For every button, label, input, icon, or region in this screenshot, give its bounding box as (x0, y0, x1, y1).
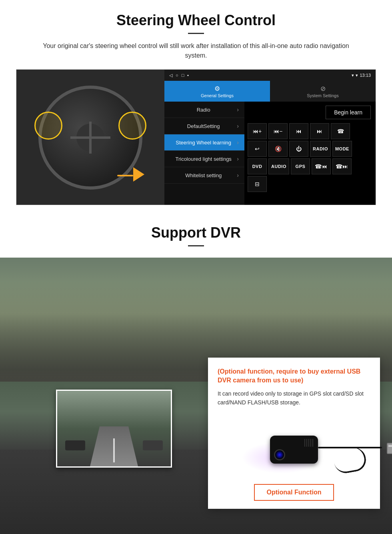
network-icon: ⊘ (320, 85, 326, 92)
arrow-line (117, 175, 133, 176)
cable-loop (332, 446, 368, 475)
optional-function-button[interactable]: Optional Function (254, 484, 334, 501)
ctrl-next[interactable]: ⏭ (310, 123, 329, 139)
menu-item-radio[interactable]: Radio › (164, 102, 244, 118)
dvr-card-description: It can record video only to storage in G… (218, 389, 370, 407)
camera-lens (274, 449, 285, 460)
dvr-preview-center-line (113, 438, 115, 462)
tab-general-settings[interactable]: ⚙ General Settings (164, 81, 270, 102)
dvr-preview-car1 (65, 440, 85, 450)
steering-section: Steering Wheel Control Your original car… (0, 0, 392, 213)
dvr-camera-illustration (218, 414, 370, 478)
chevron-icon-radio: › (237, 106, 239, 113)
signal-icon: ▾ (352, 73, 354, 78)
control-row-1: ⏮+ ⏮− ⏮ ⏭ ☎ (246, 123, 374, 139)
highlight-left (34, 112, 62, 140)
menu-tricoloured-label: Tricoloured light settings (170, 156, 237, 162)
statusbar-status-icons: ▾ ▾ 13:13 (352, 73, 371, 78)
ctrl-gps[interactable]: GPS (291, 158, 310, 174)
menu-default-label: DefaultSetting (170, 123, 237, 129)
ctrl-vol-up[interactable]: ⏮+ (248, 123, 267, 139)
tab-system-settings[interactable]: ⊘ System Settings (270, 81, 376, 102)
chevron-icon-whitelist: › (237, 172, 239, 178)
back-icon: ◁ (169, 73, 172, 78)
android-body: Radio › DefaultSetting › Steering Wheel … (164, 102, 376, 205)
chevron-icon-steering: › (237, 139, 239, 146)
dvr-card-title: (Optional function, require to buy exter… (218, 367, 370, 385)
arrow-pointer (133, 167, 144, 182)
control-row-2: ↩ 🔇 ⏻ RADIO MODE (246, 141, 374, 157)
menu-radio-label: Radio (170, 107, 237, 113)
menu-item-whitelist[interactable]: Whitelist setting › (164, 167, 244, 184)
android-tabs: ⚙ General Settings ⊘ System Settings (164, 81, 376, 102)
tab-system-label: System Settings (307, 93, 338, 98)
ctrl-phone[interactable]: ☎ (331, 123, 350, 139)
dvr-camera-preview (56, 390, 172, 468)
dvr-preview-car2 (143, 440, 163, 450)
camera-usb-connector (387, 443, 392, 454)
ctrl-mode[interactable]: MODE (332, 141, 352, 157)
dvr-info-card: (Optional function, require to buy exter… (208, 358, 380, 509)
ctrl-prev[interactable]: ⏮ (289, 123, 308, 139)
camera-main-body (270, 436, 318, 464)
gear-icon: ⚙ (214, 85, 220, 92)
begin-learn-button[interactable]: Begin learn (326, 106, 371, 119)
android-menu: Radio › DefaultSetting › Steering Wheel … (164, 102, 244, 205)
ctrl-power[interactable]: ⏻ (289, 141, 308, 157)
menu-steering-label: Steering Wheel learning (170, 140, 237, 146)
ctrl-hangup[interactable]: ↩ (248, 141, 267, 157)
ctrl-radio[interactable]: RADIO (310, 141, 331, 157)
menu-item-tricoloured[interactable]: Tricoloured light settings › (164, 151, 244, 167)
chevron-icon-tricoloured: › (237, 156, 239, 162)
steering-description: Your original car's steering wheel contr… (32, 41, 360, 60)
steering-title: Steering Wheel Control (16, 12, 376, 29)
dvr-divider (188, 245, 204, 246)
home-icon: ○ (176, 73, 178, 78)
ctrl-phone-next[interactable]: ☎⏭ (332, 158, 352, 174)
ctrl-audio[interactable]: AUDIO (268, 158, 289, 174)
dvr-photo-area: (Optional function, require to buy exter… (0, 258, 392, 534)
menu-item-steering-learning[interactable]: Steering Wheel learning › (164, 134, 244, 151)
dvr-title: Support DVR (16, 224, 376, 241)
highlight-right (118, 112, 146, 140)
steering-demo: ◁ ○ □ ▪ ▾ ▾ 13:13 ⚙ General Settings (16, 69, 376, 205)
menu-icon: ▪ (187, 73, 189, 78)
camera-assembly (270, 436, 318, 464)
control-row-4: ⊟ (246, 176, 374, 192)
control-row-3: DVD AUDIO GPS ☎⏮ ☎⏭ (246, 158, 374, 174)
time-display: 13:13 (360, 73, 371, 78)
begin-learn-area: Begin learn (246, 103, 374, 122)
ctrl-vol-down[interactable]: ⏮− (268, 123, 288, 139)
ctrl-mute[interactable]: 🔇 (268, 141, 288, 157)
ctrl-phone-prev[interactable]: ☎⏮ (312, 158, 331, 174)
menu-whitelist-label: Whitelist setting (170, 172, 237, 178)
title-divider (188, 33, 204, 34)
steering-photo (16, 70, 164, 205)
usb-inner (388, 445, 392, 447)
android-statusbar: ◁ ○ □ ▪ ▾ ▾ 13:13 (164, 70, 376, 81)
spoke-vertical (89, 122, 92, 154)
ctrl-dvd[interactable]: DVD (248, 158, 267, 174)
wifi-icon: ▾ (356, 73, 358, 78)
android-controls: Begin learn ⏮+ ⏮− ⏮ ⏭ ☎ ↩ 🔇 ⏻ RADIO (244, 102, 376, 205)
camera-vents (304, 439, 313, 447)
ctrl-extra[interactable]: ⊟ (248, 176, 267, 192)
dvr-section-header: Support DVR (0, 213, 392, 258)
recents-icon: □ (182, 73, 184, 78)
statusbar-nav-icons: ◁ ○ □ ▪ (169, 73, 189, 78)
menu-item-default-setting[interactable]: DefaultSetting › (164, 118, 244, 134)
android-panel: ◁ ○ □ ▪ ▾ ▾ 13:13 ⚙ General Settings (164, 70, 376, 205)
tab-general-label: General Settings (201, 93, 234, 98)
chevron-icon-default: › (237, 123, 239, 129)
